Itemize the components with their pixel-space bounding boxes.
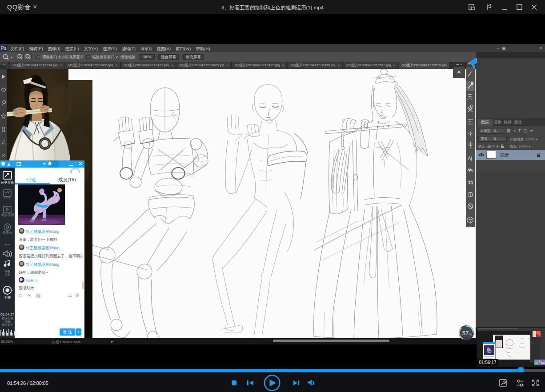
svg-text:下课: 下课 — [4, 296, 11, 300]
svg-text:%: % — [469, 333, 472, 336]
svg-text:A|: A| — [468, 156, 472, 161]
svg-text:PPT: PPT — [4, 196, 11, 200]
svg-text:4096: 4096 — [4, 320, 11, 323]
svg-text:分享屏幕: 分享屏幕 — [1, 180, 14, 184]
svg-text:57: 57 — [462, 330, 469, 336]
svg-text:点歌: 点歌 — [4, 273, 11, 276]
svg-text:网络监控: 网络监控 — [2, 323, 14, 327]
svg-text:01:54:27: 01:54:27 — [0, 312, 15, 316]
svg-text:播放视频: 播放视频 — [1, 213, 15, 217]
svg-text:摄像头: 摄像头 — [2, 231, 12, 235]
svg-text:伴奏: 伴奏 — [4, 270, 11, 273]
